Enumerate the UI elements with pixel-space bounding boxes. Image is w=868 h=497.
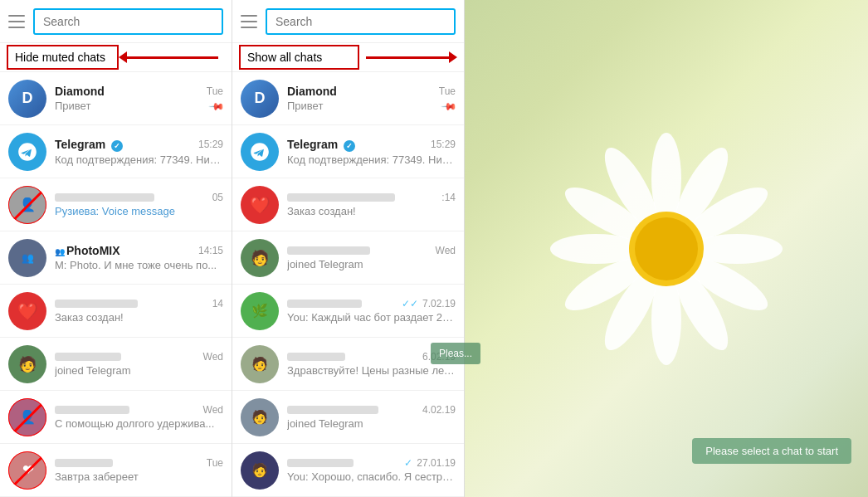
left-chat-list: D Diamond Tue Привет 📌 Telegram <box>0 72 232 497</box>
left-name-bar-boy <box>55 353 121 361</box>
left-top-bar <box>0 0 232 43</box>
middle-avatar-green: 🌿 <box>241 292 279 330</box>
left-chat-time-muted1: 05 <box>212 192 223 203</box>
middle-preview-diamond: Привет <box>287 100 440 112</box>
left-chat-info-photomix: 👥PhotoMIX 14:15 M: Photo. И мне тоже оче… <box>55 244 223 271</box>
middle-avatar-telegram <box>241 133 279 171</box>
middle-chat-info-boy: Wed joined Telegram <box>287 245 456 270</box>
middle-chat-dark[interactable]: 🧑 ✓ 27.01.19 You: Хорошо, спасибо. Я сес… <box>232 444 464 497</box>
middle-chat-info-red: :14 Заказ создан! <box>287 192 456 217</box>
left-preview-photomix: M: Photo. И мне тоже очень по... <box>55 259 223 271</box>
middle-preview-person: joined Telegram <box>287 417 456 430</box>
middle-name-bar-boy <box>287 246 370 255</box>
left-chat-name-diamond: Diamond <box>55 85 105 98</box>
middle-search-input[interactable] <box>266 8 456 35</box>
left-chat-red[interactable]: ❤️ 14 Заказ создан! <box>0 285 232 338</box>
left-chat-time-telegram: 15:29 <box>198 139 223 150</box>
left-hide-muted-banner[interactable]: Hide muted chats <box>7 45 119 70</box>
middle-chat-gray[interactable]: 🧑 6.02.19 Здравствуйте! Цены разные лет.… <box>232 338 464 391</box>
middle-name-bar-dark <box>287 459 354 467</box>
middle-name-bar-green <box>287 300 362 308</box>
middle-chat-green[interactable]: 🌿 ✓✓ 7.02.19 You: Каждый час бот раздает… <box>232 285 464 338</box>
middle-arrow-annotation <box>366 51 457 63</box>
left-chat-boy[interactable]: 🧑 Wed joined Telegram <box>0 338 232 391</box>
left-chat-time-red: 14 <box>212 298 223 309</box>
left-search-input[interactable] <box>33 8 223 35</box>
left-banner-wrapper: Hide muted chats <box>0 43 232 72</box>
left-chat-time-boy: Wed <box>203 351 223 363</box>
middle-verified-badge: ✓ <box>344 140 355 152</box>
left-avatar-boy: 🧑 <box>8 345 46 383</box>
please-select-partial: Pleas... <box>431 343 480 364</box>
left-chat-name-telegram: Telegram ✓ <box>55 138 123 152</box>
middle-avatar-gray: 🧑 <box>241 345 279 383</box>
middle-preview-dark: You: Хорошо, спасибо. Я сестре ... <box>287 470 456 483</box>
left-name-bar-red <box>55 300 138 308</box>
middle-avatar-dark: 🧑 <box>241 451 279 490</box>
left-chat-photomix[interactable]: 👥 👥PhotoMIX 14:15 M: Photo. И мне тоже о… <box>0 231 232 285</box>
middle-chat-info-person: 4.02.19 joined Telegram <box>287 404 456 430</box>
left-chat-diamond[interactable]: D Diamond Tue Привет 📌 <box>0 72 232 125</box>
middle-chat-boy[interactable]: 🧑 Wed joined Telegram <box>232 231 464 285</box>
left-avatar-red: ❤️ <box>8 292 46 330</box>
middle-chat-info-green: ✓✓ 7.02.19 You: Каждый час бот раздает 2… <box>287 298 456 324</box>
middle-chat-diamond[interactable]: D Diamond Tue Привет 📌 <box>232 72 464 125</box>
middle-chat-name-diamond: Diamond <box>287 85 337 98</box>
left-chat-time-photomix: 14:15 <box>198 245 223 256</box>
left-chat-info-muted1: 05 Рузиева: Voice message <box>55 192 223 217</box>
left-name-bar-muted3 <box>55 459 113 467</box>
left-chat-info-diamond: Diamond Tue Привет 📌 <box>55 85 223 112</box>
left-preview-muted3: Завтра забереет <box>55 470 223 483</box>
left-chat-telegram[interactable]: Telegram ✓ 15:29 Код подтверждения: 7734… <box>0 125 232 178</box>
middle-preview-red: Заказ создан! <box>287 205 456 217</box>
middle-chat-info-diamond: Diamond Tue Привет 📌 <box>287 85 456 112</box>
left-chat-time-diamond: Tue <box>207 85 223 97</box>
middle-preview-telegram: Код подтверждения: 77349. Ник... <box>287 153 456 166</box>
middle-pin-diamond: 📌 <box>441 97 458 115</box>
middle-chat-person[interactable]: 🧑 4.02.19 joined Telegram <box>232 391 464 444</box>
middle-chat-time-dark: ✓ 27.01.19 <box>404 457 456 469</box>
middle-chat-info-dark: ✓ 27.01.19 You: Хорошо, спасибо. Я сестр… <box>287 457 456 483</box>
middle-chat-name-telegram: Telegram ✓ <box>287 138 355 152</box>
left-panel: Hide muted chats D Diamond Tue Привет 📌 <box>0 0 232 497</box>
middle-chat-telegram[interactable]: Telegram ✓ 15:29 Код подтверждения: 7734… <box>232 125 464 178</box>
middle-chat-time-diamond: Tue <box>439 85 456 97</box>
left-preview-diamond: Привет <box>55 100 207 112</box>
left-chat-info-muted3: Tue Завтра забереет <box>55 457 223 483</box>
middle-banner-wrapper: Show all chats <box>232 43 464 72</box>
middle-chat-info-telegram: Telegram ✓ 15:29 Код подтверждения: 7734… <box>287 138 456 166</box>
middle-avatar-boy: 🧑 <box>241 239 279 277</box>
middle-chat-time-red: :14 <box>441 192 456 203</box>
left-arrow-annotation <box>119 51 218 63</box>
left-chat-muted1[interactable]: 👤 05 Рузиева: Voice message <box>0 178 232 231</box>
left-verified-badge: ✓ <box>111 140 123 152</box>
middle-name-bar-gray <box>287 353 345 361</box>
left-avatar-muted3: ❤ <box>8 451 46 490</box>
left-chat-info-muted2: Wed С помощью долгого удержива... <box>55 404 223 430</box>
left-chat-muted2[interactable]: 👤 Wed С помощью долгого удержива... <box>0 391 232 444</box>
left-avatar-telegram <box>8 133 46 171</box>
middle-chat-time-green: ✓✓ 7.02.19 <box>402 298 456 309</box>
middle-name-bar-red <box>287 193 395 202</box>
left-preview-muted1: Рузиева: Voice message <box>55 205 223 217</box>
left-preview-red: Заказ создан! <box>55 311 223 324</box>
middle-chat-red[interactable]: ❤️ :14 Заказ создан! <box>232 178 464 231</box>
middle-top-bar <box>232 0 464 43</box>
left-hamburger-icon[interactable] <box>8 15 25 28</box>
middle-panel: Show all chats D Diamond Tue Привет 📌 <box>232 0 465 497</box>
left-chat-name-photomix: 👥PhotoMIX <box>55 244 120 257</box>
middle-avatar-person: 🧑 <box>241 398 279 436</box>
middle-preview-gray: Здравствуйте! Цены разные лет... <box>287 364 456 377</box>
middle-hamburger-icon[interactable] <box>241 15 257 28</box>
left-preview-boy: joined Telegram <box>55 364 223 377</box>
middle-show-all-banner[interactable]: Show all chats <box>239 45 359 70</box>
please-select-message: Please select a chat to start <box>692 438 851 464</box>
svg-point-13 <box>635 217 698 280</box>
left-chat-muted3[interactable]: ❤ Tue Завтра забереет <box>0 444 232 497</box>
right-panel: Please select a chat to start <box>465 0 868 497</box>
flower-svg <box>521 104 812 394</box>
middle-preview-green: You: Каждый час бот раздает 25... <box>287 311 456 324</box>
left-avatar-photomix: 👥 <box>8 239 46 277</box>
left-avatar-diamond: D <box>8 80 46 118</box>
left-avatar-muted2: 👤 <box>8 398 46 436</box>
